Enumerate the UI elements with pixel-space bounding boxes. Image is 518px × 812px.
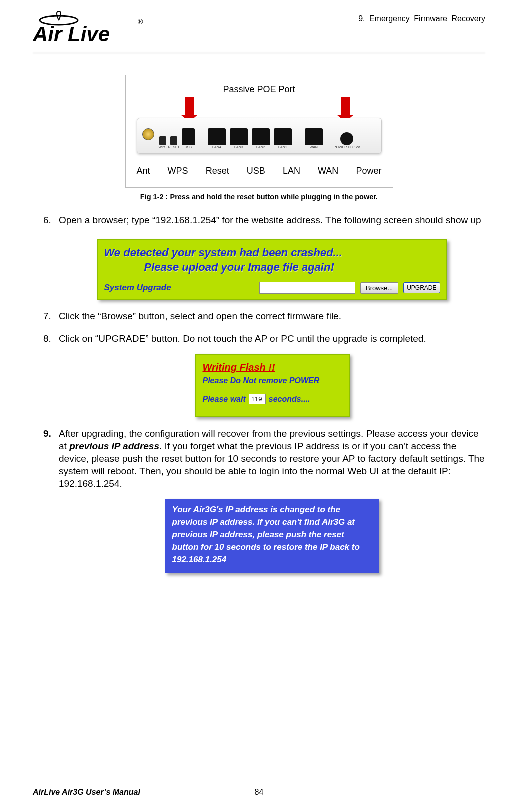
lan-port-icon [230,128,248,145]
label-wps: WPS [168,166,188,176]
poe-port-label: Passive POE Port [137,84,382,95]
label-power: Power [356,166,381,176]
system-upgrade-screenshot: We detected your system had been crashed… [97,239,447,300]
arrow-icon [185,97,194,115]
step-7: Click the “Browse” button, select and op… [54,310,485,322]
leader-line-icon [162,151,162,161]
router-bottom-labels: Ant WPS Reset USB LAN WAN Power [137,166,382,176]
ip-change-screenshot: Your Air3G's IP address is changed to th… [165,499,379,573]
previous-ip-emphasis: previous IP address [69,441,159,451]
wps-button-icon [159,136,166,145]
leader-line-icon [363,151,363,161]
label-lan: LAN [283,166,300,176]
step-text: Open a browser; type “192.168.1.254” for… [59,215,481,225]
tiny-label: LAN3 [234,145,243,150]
svg-text:®: ® [138,18,143,26]
leader-line-icon [262,151,262,161]
tiny-label: LAN2 [256,145,265,150]
brand-logo: Air Live ® [33,10,148,48]
page-number: 84 [255,788,264,797]
lan-port-icon [274,128,292,145]
seconds-value: 119 [249,394,266,404]
flash-title: Writing Flash !! [203,361,342,374]
wan-port-icon [305,128,323,145]
tiny-label: WPS [159,145,167,150]
step-8: Click on “UPGRADE” button. Do not touch … [54,332,485,417]
tiny-label: WAN [310,145,318,150]
writing-flash-screenshot: Writing Flash !! Please Do Not remove PO… [195,354,350,417]
footer-manual-title: AirLive Air3G User’s Manual [33,788,140,797]
usb-port-icon [182,128,195,145]
chapter-title: 9. Emergency Firmware Recovery [358,10,485,23]
leader-line-icon [146,151,146,161]
lan-port-icon [208,128,226,145]
flash-warning: Please Do Not remove POWER [203,375,342,386]
tiny-label: POWER DC 12V [334,145,360,150]
router-figure: Passive POE Port WPS RESET USB LAN4 LAN3… [125,75,393,188]
tiny-label: LAN4 [212,145,221,150]
step-text: Click on “UPGRADE” button. Do not touch … [59,333,426,344]
leader-line-icon [328,151,328,161]
wait-suffix: seconds.... [269,394,310,404]
lan-port-icon [252,128,270,145]
system-upgrade-label: System Upgrade [104,282,171,293]
firmware-file-input[interactable] [259,282,355,294]
step-list: Open a browser; type “192.168.1.254” for… [33,214,485,573]
wait-prefix: Please wait [203,394,246,404]
tiny-label: LAN1 [278,145,287,150]
arrow-icon [341,97,350,115]
reset-button-icon [170,136,177,145]
leader-line-icon [201,151,201,161]
step-9: After upgrading, the configuration will … [54,427,485,573]
power-port-icon [340,132,353,145]
label-usb: USB [247,166,265,176]
crash-line2: Please upload your Image file again! [104,260,440,275]
tiny-label: USB [185,145,192,150]
leader-line-icon [179,151,179,161]
crash-line1: We detected your system had been crashed… [104,245,440,260]
tiny-label: RESET [168,145,180,150]
ip-change-text: Your Air3G's IP address is changed to th… [172,505,360,564]
figure-caption: Fig 1-2 : Press and hold the reset butto… [33,193,485,201]
antenna-connector-icon [142,128,154,140]
label-wan: WAN [318,166,338,176]
flash-wait-line: Please wait 119 seconds.... [203,394,342,404]
label-ant: Ant [137,166,150,176]
step-6: Open a browser; type “192.168.1.254” for… [54,214,485,300]
router-body: WPS RESET USB LAN4 LAN3 LAN2 LAN1 WAN PO… [137,118,382,154]
label-reset: Reset [206,166,229,176]
browse-button[interactable]: Browse... [360,282,398,294]
svg-text:Air Live: Air Live [33,22,110,46]
upgrade-button[interactable]: UPGRADE [403,282,440,293]
step-text: Click the “Browse” button, select and op… [59,311,341,321]
header-divider [33,52,485,52]
